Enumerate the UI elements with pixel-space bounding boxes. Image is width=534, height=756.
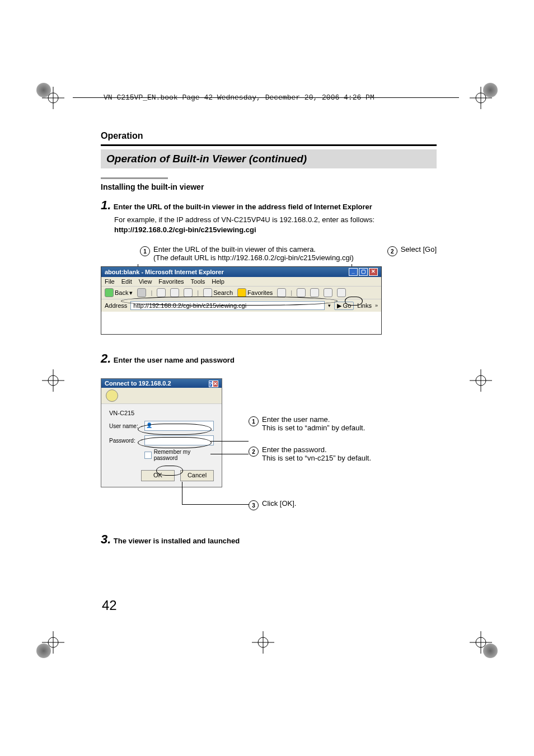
step-number: 3. [101, 532, 111, 546]
callout-2-text: Select [Go] [401, 245, 437, 256]
callout-1-line1: Enter the URL of the built-in viewer of … [153, 245, 316, 253]
password-input[interactable] [144, 435, 214, 445]
leader-line [210, 454, 249, 454]
keys-icon [106, 389, 118, 402]
close-icon[interactable]: ✕ [213, 381, 218, 387]
leader-line [210, 441, 249, 442]
menu-edit[interactable]: Edit [121, 278, 132, 285]
remember-checkbox[interactable] [144, 452, 152, 459]
step-number: 2. [101, 351, 111, 365]
callout-1-line2: (The default URL is http://192.168.0.2/c… [153, 253, 354, 262]
menu-help[interactable]: Help [212, 278, 224, 285]
step-number: 1. [101, 198, 111, 212]
menu-favorites[interactable]: Favorites [158, 278, 184, 285]
crop-mark [42, 87, 64, 109]
step-title: Enter the user name and password [114, 356, 235, 364]
crop-mark [252, 631, 274, 654]
crop-mark [470, 369, 492, 392]
cancel-button[interactable]: Cancel [180, 470, 214, 481]
username-input[interactable]: 👤 [144, 421, 214, 431]
refresh-icon[interactable] [170, 288, 179, 297]
annotation-2: 2 Enter the password. This is set to “vn… [249, 445, 371, 462]
back-button[interactable]: Back ▾ [105, 288, 133, 297]
subsection-rule [101, 177, 168, 179]
callout-number-1: 1 [249, 416, 259, 426]
section-title: Operation of Built-in Viewer (continued) [106, 153, 307, 165]
stop-icon[interactable] [157, 288, 166, 297]
step-1: 1. Enter the URL of the built-in viewer … [101, 198, 437, 335]
browser-title-text: about:blank - Microsoft Internet Explore… [105, 269, 224, 275]
links-label[interactable]: Links [357, 302, 372, 309]
step-title: The viewer is installed and launched [114, 537, 240, 545]
crop-mark [42, 631, 64, 654]
section-title-box: Operation of Built-in Viewer (continued) [101, 149, 437, 168]
close-icon[interactable]: ✕ [369, 268, 378, 276]
browser-screenshot: about:blank - Microsoft Internet Explore… [101, 266, 382, 335]
annot-2-line1: Enter the password. [262, 445, 327, 454]
print-icon[interactable] [310, 288, 319, 297]
minimize-icon[interactable]: _ [349, 268, 358, 276]
menu-view[interactable]: View [139, 278, 152, 285]
annot-1-line1: Enter the user name. [262, 415, 330, 424]
address-label: Address [105, 302, 127, 309]
history-icon[interactable] [277, 288, 286, 297]
crop-mark [42, 369, 64, 392]
annot-2-line2: This is set to “vn-c215” by default. [262, 454, 371, 462]
favorites-button[interactable]: Favorites [237, 288, 273, 297]
callout-number-2: 2 [249, 447, 259, 457]
search-icon [203, 288, 212, 297]
maximize-icon[interactable]: ▢ [359, 268, 368, 276]
page-number: 42 [102, 598, 117, 613]
dialog-title-text: Connect to 192.168.0.2 [105, 380, 171, 387]
search-button[interactable]: Search [203, 288, 233, 297]
horizontal-rule [101, 144, 437, 146]
go-button[interactable]: ▶ Go [334, 302, 354, 310]
home-icon[interactable] [184, 288, 193, 297]
leader-line [182, 482, 182, 504]
subsection-title: Installing the built-in viewer [101, 182, 437, 191]
dialog-titlebar: Connect to 192.168.0.2 ?✕ [101, 379, 222, 388]
annot-3-text: Click [OK]. [262, 499, 296, 508]
address-input[interactable]: http://192.168.0.2/cgi-bin/c215viewing.c… [130, 301, 324, 310]
callout-number-1: 1 [140, 246, 150, 256]
header-rule [73, 97, 459, 98]
star-icon [237, 288, 246, 297]
menu-file[interactable]: File [105, 278, 115, 285]
annotation-1: 1 Enter the user name. This is set to “a… [249, 415, 365, 432]
callout-number-3: 3 [249, 500, 259, 510]
step-2: 2. Enter the user name and password Conn… [101, 351, 437, 487]
section-label: Operation [101, 131, 437, 141]
browser-titlebar: about:blank - Microsoft Internet Explore… [101, 267, 381, 277]
callout-number-2: 2 [387, 246, 397, 256]
forward-icon[interactable] [137, 288, 146, 297]
dialog-banner [101, 388, 222, 404]
step-3: 3. The viewer is installed and launched [101, 532, 437, 547]
browser-viewport [101, 312, 381, 334]
back-icon [105, 288, 114, 297]
example-url: http://192.168.0.2/cgi-bin/c215viewing.c… [114, 226, 256, 234]
crop-mark [470, 87, 492, 109]
edit-icon[interactable] [324, 288, 332, 297]
mail-icon[interactable] [297, 288, 306, 297]
leader-line [182, 504, 249, 505]
help-icon[interactable]: ? [209, 381, 213, 387]
password-label: Password: [109, 438, 140, 444]
annotation-3: 3 Click [OK]. [249, 499, 296, 510]
menu-tools[interactable]: Tools [191, 278, 205, 285]
login-dialog-screenshot: Connect to 192.168.0.2 ?✕ VN-C215 User n… [101, 378, 222, 487]
crop-mark [470, 631, 492, 654]
step-body-text: For example, if the IP address of VN-C21… [114, 215, 374, 224]
browser-menubar: File Edit View Favorites Tools Help [101, 277, 381, 287]
realm-label: VN-C215 [109, 410, 214, 416]
browser-toolbar: Back ▾ | | Search Favorites | [101, 287, 381, 299]
discuss-icon[interactable] [337, 288, 346, 297]
username-label: User name: [109, 423, 140, 429]
ok-button[interactable]: OK [141, 470, 175, 481]
remember-label: Remember my password [154, 449, 214, 461]
annot-1-line2: This is set to “admin” by default. [262, 424, 365, 432]
step-title: Enter the URL of the built-in viewer in … [114, 203, 372, 211]
browser-address-bar: Address http://192.168.0.2/cgi-bin/c215v… [101, 299, 381, 312]
